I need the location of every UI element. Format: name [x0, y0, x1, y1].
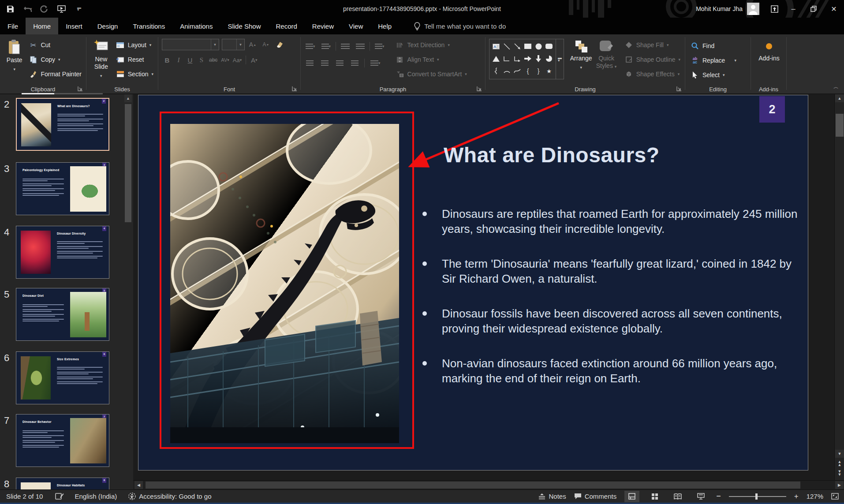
- align-center-button[interactable]: [319, 57, 330, 69]
- accessibility-status[interactable]: Accessibility: Good to go: [128, 493, 211, 500]
- justify-button[interactable]: [349, 57, 360, 69]
- zoom-level[interactable]: 127%: [807, 493, 823, 500]
- grow-font-button[interactable]: A▲: [247, 39, 258, 50]
- shape-elbow-icon[interactable]: [501, 52, 512, 65]
- shape-star-icon[interactable]: ★: [544, 65, 554, 77]
- bullets-button[interactable]: ▾: [304, 41, 317, 52]
- convert-smartart-button[interactable]: Convert to SmartArt ▾: [394, 68, 469, 80]
- slide-indicator[interactable]: Slide 2 of 10: [6, 493, 43, 500]
- shape-left-brace-icon[interactable]: {: [523, 65, 533, 77]
- vertical-scrollbar-thumb[interactable]: [836, 114, 844, 137]
- slide-bullet-list[interactable]: Dinosaurs are reptiles that roamed Earth…: [442, 206, 803, 406]
- scroll-down-icon[interactable]: ▼: [835, 450, 844, 458]
- text-direction-button[interactable]: A Text Direction ▾: [394, 39, 469, 51]
- arrange-button[interactable]: Arrange ▾: [569, 37, 593, 85]
- numbering-button[interactable]: ▾: [320, 41, 332, 52]
- drawing-dialog-launcher-icon[interactable]: [676, 86, 683, 92]
- slide-thumbnail[interactable]: 3 Paleontology Explained: [16, 162, 109, 215]
- font-name-dropdown-icon[interactable]: ▾: [211, 39, 219, 50]
- shapes-gallery-more-icon[interactable]: ▬▾: [556, 39, 564, 79]
- user-name[interactable]: Mohit Kumar Jha: [696, 5, 743, 12]
- quick-styles-button[interactable]: QuickStyles ▾: [594, 37, 618, 85]
- clear-formatting-button[interactable]: [274, 39, 284, 50]
- shape-right-brace-icon[interactable]: }: [533, 65, 544, 77]
- columns-button[interactable]: ▾: [369, 57, 382, 69]
- shape-fill-button[interactable]: Shape Fill ▾: [623, 39, 682, 51]
- shape-curve-icon[interactable]: [512, 65, 523, 77]
- tell-me-box[interactable]: Tell me what you want to do: [414, 18, 506, 34]
- format-painter-button[interactable]: Format Painter: [27, 68, 83, 80]
- thumbnail-scroll-up-icon[interactable]: ▲: [124, 94, 132, 102]
- shape-outline-button[interactable]: Shape Outline ▾: [623, 53, 682, 66]
- thumbnail-scrollbar[interactable]: [125, 104, 131, 222]
- fit-to-window-icon[interactable]: [831, 493, 839, 500]
- shape-rectangle-icon[interactable]: [523, 40, 533, 52]
- paragraph-dialog-launcher-icon[interactable]: [477, 86, 483, 92]
- layout-button[interactable]: Layout ▾: [114, 39, 155, 51]
- addins-button[interactable]: Add-ins: [757, 37, 781, 85]
- shape-oval-icon[interactable]: [533, 40, 544, 52]
- tab-animations[interactable]: Animations: [172, 18, 220, 34]
- tab-transitions[interactable]: Transitions: [125, 18, 172, 34]
- slide-thumbnail[interactable]: 8 Dinosaur Habitats: [16, 478, 109, 489]
- tab-home[interactable]: Home: [26, 18, 58, 34]
- shape-arrow-icon[interactable]: [512, 40, 523, 52]
- shape-effects-button[interactable]: Shape Effects ▾: [623, 68, 682, 80]
- scroll-up-icon[interactable]: ▲: [835, 94, 844, 102]
- change-case-button[interactable]: Aa▾: [232, 54, 243, 66]
- tab-help[interactable]: Help: [370, 18, 399, 34]
- select-button[interactable]: Select ▾: [689, 69, 738, 81]
- scroll-left-icon[interactable]: ◀: [134, 481, 143, 489]
- reset-button[interactable]: Reset: [114, 53, 155, 66]
- tab-review[interactable]: Review: [305, 18, 341, 34]
- shapes-gallery[interactable]: A { } ★ ▬▾: [489, 39, 564, 79]
- tab-record[interactable]: Record: [268, 18, 304, 34]
- shape-scribble-icon[interactable]: [491, 65, 501, 77]
- avatar[interactable]: [747, 3, 759, 15]
- slide-sorter-view-button[interactable]: [647, 491, 662, 502]
- slide-thumbnail[interactable]: 5 Dinosaur Diet: [16, 288, 109, 341]
- shape-textbox-icon[interactable]: A: [491, 40, 501, 52]
- reading-view-button[interactable]: [670, 491, 685, 502]
- close-icon[interactable]: ✕: [824, 0, 844, 18]
- comments-toggle[interactable]: Comments: [574, 493, 617, 500]
- align-left-button[interactable]: [304, 57, 315, 69]
- font-size-dropdown-icon[interactable]: ▾: [236, 39, 244, 50]
- replace-button[interactable]: abac Replace ▾: [689, 54, 738, 67]
- zoom-out-icon[interactable]: −: [716, 492, 721, 501]
- shape-right-arrow-icon[interactable]: [523, 52, 533, 65]
- copy-button[interactable]: Copy ▾: [27, 53, 83, 66]
- restore-icon[interactable]: [803, 0, 824, 18]
- slide-canvas[interactable]: 2: [138, 95, 808, 470]
- tab-slide-show[interactable]: Slide Show: [220, 18, 268, 34]
- increase-indent-button[interactable]: [355, 41, 366, 52]
- cut-button[interactable]: ✂ Cut: [27, 39, 83, 51]
- shrink-font-button[interactable]: A▼: [261, 39, 271, 50]
- minimize-icon[interactable]: ─: [783, 0, 803, 18]
- bold-button[interactable]: B: [162, 54, 172, 66]
- slideshow-view-button[interactable]: [693, 491, 708, 502]
- notes-toggle[interactable]: Notes: [538, 493, 566, 500]
- font-color-button[interactable]: A▾: [249, 54, 259, 66]
- shape-down-arrow-icon[interactable]: [533, 52, 544, 65]
- shape-arc-icon[interactable]: [501, 65, 512, 77]
- slide-thumbnail[interactable]: 6 Size Extremes: [16, 351, 109, 404]
- tab-view[interactable]: View: [341, 18, 370, 34]
- new-slide-button[interactable]: New Slide ▾: [90, 37, 112, 85]
- strikethrough-button[interactable]: S: [196, 54, 207, 66]
- zoom-slider[interactable]: [729, 496, 786, 497]
- font-name-combobox[interactable]: ▾: [162, 39, 219, 50]
- previous-slide-icon[interactable]: ▲▲: [835, 459, 844, 467]
- underline-button[interactable]: U: [185, 54, 195, 66]
- paste-button[interactable]: Paste ▾: [4, 37, 25, 85]
- zoom-slider-thumb[interactable]: [755, 493, 758, 500]
- font-size-combobox[interactable]: ▾: [222, 39, 245, 50]
- slide-thumbnail[interactable]: 2 What are Dinosaurs?: [16, 98, 109, 151]
- italic-button[interactable]: I: [173, 54, 184, 66]
- zoom-in-icon[interactable]: +: [794, 492, 799, 501]
- ribbon-display-options-icon[interactable]: [766, 0, 783, 18]
- line-spacing-button[interactable]: ▾: [373, 41, 386, 52]
- text-shadow-button[interactable]: abc: [208, 54, 219, 66]
- slide-title[interactable]: What are Dinosaurs?: [444, 143, 660, 167]
- decrease-indent-button[interactable]: [340, 41, 351, 52]
